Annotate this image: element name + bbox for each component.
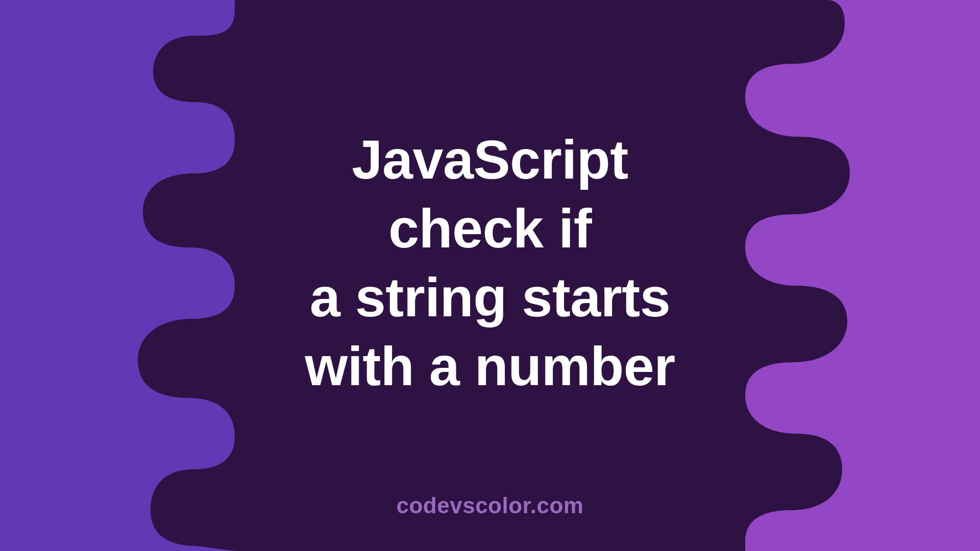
title-line-3: a string starts [310, 266, 671, 328]
title-line-2: check if [388, 197, 592, 259]
site-credit: codevscolor.com [0, 493, 980, 518]
title-line-4: with a number [305, 335, 675, 397]
title-line-1: JavaScript [352, 129, 628, 190]
headline: JavaScript check if a string starts with… [305, 125, 675, 400]
content-area: JavaScript check if a string starts with… [0, 0, 980, 551]
